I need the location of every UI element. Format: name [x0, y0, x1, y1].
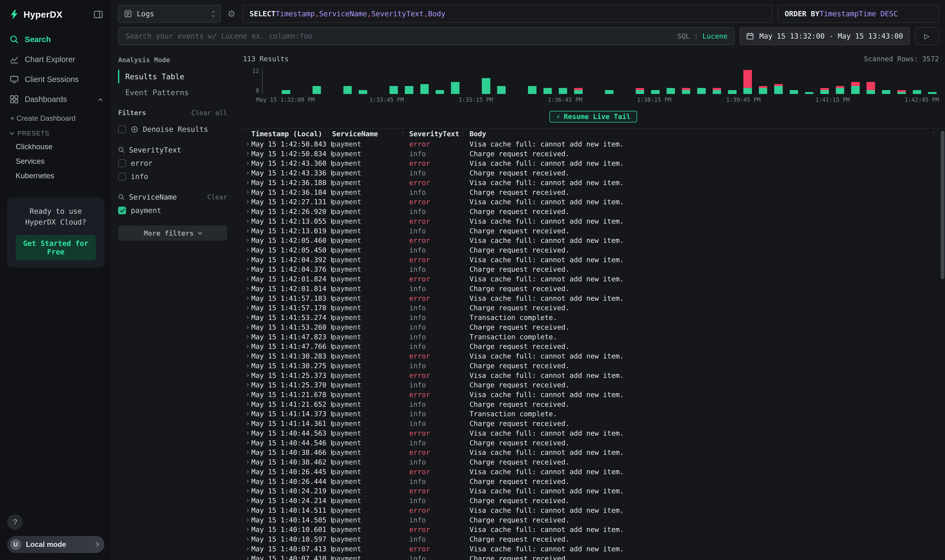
row-expand-chevron[interactable] [242, 461, 251, 464]
histogram-bar[interactable] [790, 90, 798, 94]
table-row[interactable]: May 15 1:40:14.505 PMpaymentinfoCharge r… [242, 515, 939, 525]
table-row[interactable]: May 15 1:42:36.188 PMpaymenterrorVisa ca… [242, 178, 939, 188]
row-expand-chevron[interactable] [242, 249, 251, 252]
table-row[interactable]: May 15 1:41:14.373 PMpaymentinfoTransact… [242, 409, 939, 419]
row-expand-chevron[interactable] [242, 374, 251, 377]
gear-icon[interactable]: ⚙ [225, 9, 237, 19]
table-row[interactable]: May 15 1:41:30.275 PMpaymentinfoCharge r… [242, 361, 939, 371]
table-row[interactable]: May 15 1:40:38.462 PMpaymentinfoCharge r… [242, 457, 939, 467]
table-row[interactable]: May 15 1:42:04.376 PMpaymentinfoCharge r… [242, 265, 939, 274]
column-header-body[interactable]: Body [469, 130, 930, 138]
row-expand-chevron[interactable] [242, 152, 251, 155]
payment-checkbox[interactable] [118, 206, 126, 214]
histogram-bar[interactable] [759, 86, 768, 94]
histogram-bar[interactable] [805, 92, 814, 94]
row-expand-chevron[interactable] [242, 297, 251, 300]
column-header-severitytext[interactable]: SeverityText⋮ [409, 130, 470, 138]
time-range-picker[interactable]: May 15 13:32:00 - May 15 13:43:00 [740, 27, 910, 45]
row-expand-chevron[interactable] [242, 548, 251, 551]
histogram-bar[interactable] [713, 88, 721, 94]
table-row[interactable]: May 15 1:42:04.392 PMpaymenterrorVisa ca… [242, 255, 939, 265]
sidebar-item-clickhouse[interactable]: Clickhouse [0, 140, 111, 154]
lucene-toggle[interactable]: Lucene [703, 32, 728, 40]
histogram-bar[interactable] [897, 90, 906, 94]
row-expand-chevron[interactable] [242, 422, 251, 425]
histogram-bar[interactable] [882, 90, 891, 94]
filter-option-error[interactable]: error [118, 157, 227, 170]
clear-servicename-button[interactable]: Clear [207, 193, 227, 201]
sql-toggle[interactable]: SQL [677, 32, 690, 40]
row-expand-chevron[interactable] [242, 229, 251, 232]
table-row[interactable]: May 15 1:41:25.370 PMpaymentinfoCharge r… [242, 380, 939, 390]
table-row[interactable]: May 15 1:42:50.843 PMpaymenterrorVisa ca… [242, 139, 939, 149]
mode-event-patterns[interactable]: Event Patterns [118, 86, 227, 99]
table-row[interactable]: May 15 1:42:05.460 PMpaymenterrorVisa ca… [242, 235, 939, 245]
sidebar-item-search[interactable]: Search [0, 29, 111, 49]
denoise-checkbox[interactable] [118, 125, 126, 133]
histogram-bar[interactable] [697, 88, 706, 94]
table-row[interactable]: May 15 1:41:21.652 PMpaymentinfoCharge r… [242, 399, 939, 409]
histogram-bar[interactable] [282, 90, 290, 94]
row-expand-chevron[interactable] [242, 509, 251, 512]
histogram-bar[interactable] [390, 86, 398, 94]
table-row[interactable]: May 15 1:40:14.511 PMpaymenterrorVisa ca… [242, 505, 939, 515]
table-row[interactable]: May 15 1:42:27.131 PMpaymenterrorVisa ca… [242, 197, 939, 207]
histogram-bar[interactable] [836, 86, 844, 94]
more-filters-button[interactable]: More filters [118, 226, 227, 241]
table-row[interactable]: May 15 1:41:53.274 PMpaymentinfoTransact… [242, 313, 939, 322]
table-row[interactable]: May 15 1:41:57.183 PMpaymenterrorVisa ca… [242, 293, 939, 303]
table-row[interactable]: May 15 1:42:36.184 PMpaymentinfoCharge r… [242, 188, 939, 197]
column-resize-handle[interactable]: ⋮ [322, 131, 328, 137]
histogram-bar[interactable] [743, 70, 752, 94]
table-row[interactable]: May 15 1:42:01.814 PMpaymentinfoCharge r… [242, 284, 939, 294]
filter-option-info[interactable]: info [118, 170, 227, 183]
histogram-bar[interactable] [636, 88, 644, 94]
histogram-bar[interactable] [728, 90, 737, 94]
table-row[interactable]: May 15 1:42:43.336 PMpaymentinfoCharge r… [242, 168, 939, 178]
row-expand-chevron[interactable] [242, 239, 251, 242]
row-expand-chevron[interactable] [242, 538, 251, 541]
row-expand-chevron[interactable] [242, 432, 251, 435]
source-select[interactable]: Logs [118, 5, 220, 23]
table-row[interactable]: May 15 1:40:07.413 PMpaymenterrorVisa ca… [242, 544, 939, 554]
row-expand-chevron[interactable] [242, 518, 251, 522]
table-row[interactable]: May 15 1:41:57.178 PMpaymentinfoCharge r… [242, 303, 939, 313]
histogram-bar[interactable] [420, 84, 429, 94]
histogram-bar[interactable] [774, 84, 783, 94]
select-clause-input[interactable]: SELECT Timestamp, ServiceName, SeverityT… [242, 5, 772, 23]
order-by-input[interactable]: ORDER BY TimestampTime DESC [777, 5, 939, 23]
histogram-bar[interactable] [574, 88, 583, 94]
mode-results-table[interactable]: Results Table [118, 70, 227, 83]
histogram-bar[interactable] [313, 86, 321, 94]
table-row[interactable]: May 15 1:40:26.444 PMpaymentinfoCharge r… [242, 477, 939, 486]
histogram-bar[interactable] [605, 90, 614, 94]
column-header-servicename[interactable]: ServiceName⋮ [332, 130, 409, 138]
sidebar-item-client-sessions[interactable]: Client Sessions [0, 69, 111, 89]
row-expand-chevron[interactable] [242, 355, 251, 358]
collapse-sidebar-icon[interactable] [94, 10, 103, 19]
table-row[interactable]: May 15 1:41:14.361 PMpaymentinfoCharge r… [242, 419, 939, 428]
row-expand-chevron[interactable] [242, 143, 251, 146]
row-expand-chevron[interactable] [242, 220, 251, 223]
table-row[interactable]: May 15 1:42:13.019 PMpaymentinfoCharge r… [242, 226, 939, 235]
resume-live-tail-button[interactable]: ⚡ Resume Live Tail [549, 111, 637, 122]
table-row[interactable]: May 15 1:42:01.824 PMpaymenterrorVisa ca… [242, 274, 939, 284]
sidebar-item-kubernetes[interactable]: Kubernetes [0, 169, 111, 183]
run-query-button[interactable]: ▷ [915, 27, 939, 45]
table-options-icon[interactable]: ⋮ [930, 131, 939, 137]
column-header-timestamp[interactable]: Timestamp (Local)⋮ [251, 130, 332, 138]
error-checkbox[interactable] [118, 159, 126, 167]
search-input[interactable] [125, 32, 672, 40]
table-row[interactable]: May 15 1:41:53.260 PMpaymentinfoCharge r… [242, 322, 939, 332]
sidebar-item-services[interactable]: Services [0, 154, 111, 169]
histogram-bar[interactable] [559, 88, 567, 94]
row-expand-chevron[interactable] [242, 364, 251, 368]
denoise-results-checkbox-row[interactable]: Denoise Results [118, 123, 227, 136]
row-expand-chevron[interactable] [242, 383, 251, 386]
clear-all-filters-button[interactable]: Clear all [191, 109, 227, 117]
histogram-bar[interactable] [405, 86, 413, 94]
row-expand-chevron[interactable] [242, 441, 251, 444]
table-row[interactable]: May 15 1:42:13.055 PMpaymenterrorVisa ca… [242, 216, 939, 226]
histogram-bar[interactable] [543, 88, 552, 94]
sidebar-item-dashboards[interactable]: Dashboards [0, 89, 111, 109]
